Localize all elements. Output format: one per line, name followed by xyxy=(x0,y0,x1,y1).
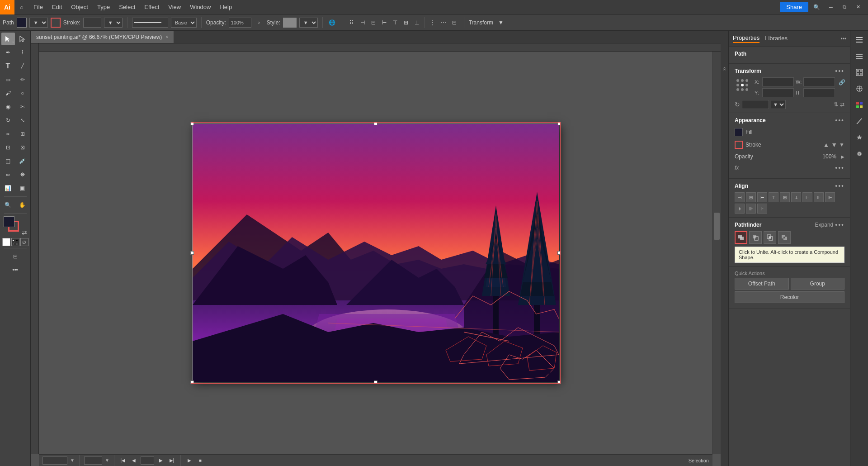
pathfinder-expand-btn[interactable]: Expand xyxy=(815,222,834,228)
hand-tool[interactable]: ✋ xyxy=(16,199,29,211)
ref-pt-2[interactable] xyxy=(741,79,744,82)
stroke-options-icon[interactable]: ▼ xyxy=(839,142,844,148)
align-top-icon[interactable]: ⊤ xyxy=(390,18,400,28)
h-input[interactable]: 6.2798 in xyxy=(803,88,835,97)
transform-more-dots[interactable]: ••• xyxy=(835,67,844,75)
flip-v-icon[interactable]: ⇄ xyxy=(840,101,844,108)
blob-brush-tool[interactable]: ○ xyxy=(16,87,29,100)
distribute-top-btn[interactable]: ⊧ xyxy=(735,204,745,214)
handle-tl[interactable] xyxy=(190,122,194,125)
handle-ml[interactable] xyxy=(190,251,194,255)
intersect-btn[interactable] xyxy=(764,231,776,244)
align-h-center-btn[interactable]: ⊟ xyxy=(746,192,756,202)
align-middle-icon[interactable]: ⊞ xyxy=(401,18,411,28)
y-input[interactable]: 5.3601 in xyxy=(762,88,794,97)
artboards-strip-icon[interactable] xyxy=(852,65,867,80)
ref-pt-8[interactable] xyxy=(741,88,744,91)
globe-icon[interactable]: 🌐 xyxy=(327,18,337,28)
gradient-swatch[interactable]: ■■ ╱■ xyxy=(11,238,19,246)
scale-tool[interactable]: ⤡ xyxy=(16,114,29,127)
symbol-sprayer-tool[interactable]: ❋ xyxy=(16,168,29,181)
stroke-up-arrow[interactable]: ▲ xyxy=(823,141,829,148)
menu-type[interactable]: Type xyxy=(93,0,114,14)
group-button[interactable]: Group xyxy=(791,278,845,290)
share-button[interactable]: Share xyxy=(780,2,808,12)
stop-button[interactable]: ■ xyxy=(196,456,204,465)
angle-dropdown-icon[interactable]: ▼ xyxy=(105,458,109,463)
artwork-canvas[interactable] xyxy=(39,52,712,454)
graphic-styles-strip-icon[interactable] xyxy=(852,147,867,161)
stroke-input[interactable] xyxy=(83,18,101,28)
menu-select[interactable]: Select xyxy=(114,0,140,14)
ref-pt-6[interactable] xyxy=(745,84,748,86)
distribute-v-icon[interactable]: ⋯ xyxy=(439,18,448,28)
distribute-v-center-btn[interactable]: ⊪ xyxy=(746,204,756,214)
white-swatch[interactable] xyxy=(2,238,10,246)
align-center-h-icon[interactable]: ⊟ xyxy=(368,18,378,28)
ref-pt-3[interactable] xyxy=(745,79,748,82)
eraser-tool[interactable]: ◉ xyxy=(1,100,15,113)
exclude-btn[interactable] xyxy=(778,231,791,244)
unite-btn[interactable] xyxy=(735,231,747,244)
tab-libraries[interactable]: Libraries xyxy=(765,35,788,43)
ref-pt-1[interactable] xyxy=(736,79,739,82)
align-left-icon[interactable]: ⊣ xyxy=(358,18,368,28)
lock-proportions-icon[interactable]: 🔗 xyxy=(839,77,845,86)
stroke-color-swatch[interactable] xyxy=(51,18,61,28)
distribute-bottom-btn[interactable]: ⊦ xyxy=(757,204,767,214)
first-page-button[interactable]: |◀ xyxy=(119,456,127,465)
close-button[interactable]: ✕ xyxy=(852,1,864,14)
collapse-icon[interactable]: ‹‹ xyxy=(722,67,728,71)
distribute-h-center-btn[interactable]: ⊫ xyxy=(814,192,824,202)
gradient-tool[interactable]: ◫ xyxy=(1,155,15,167)
type-tool[interactable]: T xyxy=(1,60,15,72)
scissors-tool[interactable]: ✂ xyxy=(16,100,29,113)
minus-front-btn[interactable] xyxy=(749,231,762,244)
none-swatch[interactable]: ∅ xyxy=(20,238,28,246)
pen-tool[interactable]: ✒ xyxy=(1,46,15,59)
flip-h-icon[interactable]: ⇅ xyxy=(834,101,838,108)
warp-tool[interactable]: ≈ xyxy=(1,128,15,140)
stroke-color-box[interactable] xyxy=(735,141,743,149)
artboards-panel-icon[interactable]: ⊟ xyxy=(9,250,22,263)
paintbrush-tool[interactable]: 🖌 xyxy=(1,87,15,100)
rotate-dropdown[interactable]: ▼ xyxy=(771,100,786,109)
menu-object[interactable]: Object xyxy=(66,0,93,14)
prev-page-button[interactable]: ◀ xyxy=(130,456,138,465)
stroke-dropdown[interactable]: ▼ xyxy=(104,18,123,28)
brushes-strip-icon[interactable] xyxy=(852,114,867,128)
zoom-dropdown-icon[interactable]: ▼ xyxy=(70,458,75,463)
play-button[interactable]: ▶ xyxy=(185,456,193,465)
page-input[interactable]: 1 xyxy=(141,456,154,465)
menu-help[interactable]: Help xyxy=(215,0,236,14)
document-tab[interactable]: sunset painting.ai* @ 66.67% (CMYK/CPU P… xyxy=(31,31,174,43)
w-input[interactable]: 12.3638 in xyxy=(803,77,835,86)
rectangle-tool[interactable]: ▭ xyxy=(1,73,15,86)
align-more-dots[interactable]: ••• xyxy=(835,182,844,190)
fill-color-box[interactable] xyxy=(735,128,743,136)
align-right-edge-btn[interactable]: ⊢ xyxy=(757,192,767,202)
mesh-tool[interactable]: ⊠ xyxy=(16,141,29,154)
blend-tool[interactable]: ∞ xyxy=(1,168,15,181)
opacity-input[interactable] xyxy=(229,18,251,28)
eyedropper-tool[interactable]: 💉 xyxy=(16,155,29,167)
direct-selection-tool[interactable] xyxy=(16,33,29,45)
pencil-tool[interactable]: ✏ xyxy=(16,73,29,86)
handle-mr[interactable] xyxy=(557,251,561,255)
ref-pt-center[interactable] xyxy=(741,84,744,86)
rotate-input[interactable]: 180° xyxy=(742,100,769,109)
ref-pt-4[interactable] xyxy=(736,84,739,86)
layers-strip-icon[interactable] xyxy=(852,49,867,63)
distribute-right-btn[interactable]: ⊩ xyxy=(825,192,835,202)
angle-input[interactable]: 0° xyxy=(84,456,102,465)
last-page-button[interactable]: ▶| xyxy=(168,456,176,465)
perspective-tool[interactable]: ⊡ xyxy=(1,141,15,154)
fill-dropdown[interactable]: ▼ xyxy=(29,18,48,28)
menu-file[interactable]: File xyxy=(29,0,47,14)
brush-dropdown[interactable]: Basic xyxy=(171,18,197,28)
menu-view[interactable]: View xyxy=(164,0,185,14)
pathfinder-more-dots[interactable]: ••• xyxy=(835,221,844,228)
style-swatch[interactable] xyxy=(283,18,297,28)
align-left-edge-btn[interactable]: ⊣ xyxy=(735,192,745,202)
appearance-more-dots[interactable]: ••• xyxy=(835,117,844,124)
